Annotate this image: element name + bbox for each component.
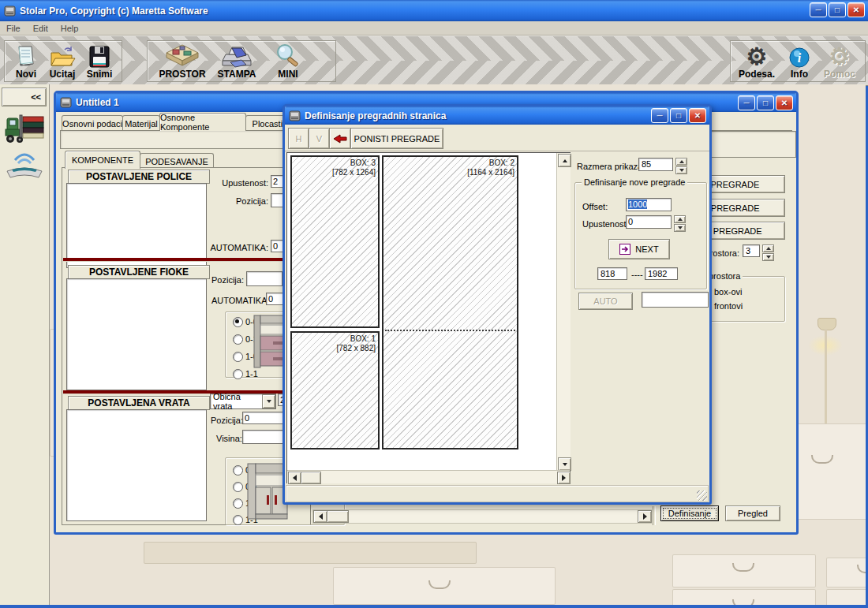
doc-close-button[interactable]: ✕ xyxy=(776,95,793,110)
razmera-spin-up-icon[interactable] xyxy=(675,158,687,166)
pregled-button[interactable]: Pregled xyxy=(725,505,780,521)
document-icon xyxy=(60,97,72,108)
next-button[interactable]: NEXT xyxy=(608,239,670,259)
vrata-radio-0-0[interactable] xyxy=(233,465,243,476)
toolbar-group-file: Novi Ucitaj Snimi xyxy=(4,40,122,82)
floppy-icon xyxy=(88,42,110,69)
auto-button[interactable]: AUTO xyxy=(578,293,633,310)
app-title: Stolar Pro, Copyright (c) Maretta Softwa… xyxy=(20,6,208,17)
vrata-tip-dropdown[interactable]: Obicna vrata xyxy=(210,394,276,409)
tab-osnovni-podaci[interactable]: Osnovni podaci xyxy=(62,115,123,131)
fioke-pozicija-label: Pozicija: xyxy=(211,275,243,285)
offset-field[interactable]: 1000 xyxy=(626,198,672,211)
box-1[interactable]: BOX: 1[782 x 882] xyxy=(290,331,380,449)
printer-icon xyxy=(221,42,253,69)
vrata-listbox[interactable] xyxy=(66,409,207,521)
mini-button[interactable]: MINI xyxy=(268,42,309,80)
vrata-radio-1-1[interactable] xyxy=(233,515,243,525)
canvas-hscroll-left-button[interactable] xyxy=(288,472,301,484)
upustenost-spinner[interactable] xyxy=(674,215,686,232)
canvas-vscrollbar[interactable] xyxy=(556,153,571,470)
doc-maximize-button[interactable]: □ xyxy=(757,95,774,110)
dialog-maximize-button[interactable]: □ xyxy=(670,108,687,123)
sidebar-collapse-button[interactable]: << xyxy=(2,88,47,106)
pregrade-canvas[interactable]: BOX: 3[782 x 1264] BOX: 2[1164 x 2164] B… xyxy=(286,152,571,483)
next-arrow-icon xyxy=(619,244,630,255)
canvas-hscroll-right-button[interactable] xyxy=(557,472,571,484)
spin-down-icon[interactable] xyxy=(762,253,774,261)
ucitaj-button[interactable]: Ucitaj xyxy=(44,42,80,80)
vscroll-down-button[interactable] xyxy=(558,457,571,471)
menu-file[interactable]: File xyxy=(6,24,21,33)
magnifier-icon xyxy=(274,42,302,69)
razmera-field[interactable]: 85 xyxy=(638,158,673,171)
menu-help[interactable]: Help xyxy=(61,24,79,33)
ponisti-pregrade-button[interactable]: PONISTI PREGRADE xyxy=(350,128,443,149)
v-split-button[interactable]: V xyxy=(309,128,330,149)
sidebar-scanner-button[interactable] xyxy=(3,149,46,182)
vrata-radio-0-1[interactable] xyxy=(233,482,243,492)
prostora-spinner-buttons[interactable] xyxy=(762,244,774,261)
police-upustenost-label: Upustenost: xyxy=(198,178,268,188)
dropdown-arrow-icon[interactable] xyxy=(262,394,275,408)
podesa-button[interactable]: ⚙ Podesa. xyxy=(734,42,780,80)
fioke-listbox[interactable] xyxy=(66,278,207,390)
fioke-radio-0-1[interactable] xyxy=(233,334,243,345)
info-button[interactable]: i Info xyxy=(783,42,816,80)
pomoc-label: Pomoc xyxy=(824,69,855,80)
fioke-automatika-label: AUTOMATIKA: xyxy=(211,296,267,305)
subtab-komponente[interactable]: KOMPONENTE xyxy=(65,151,140,169)
subtab-podesavanje[interactable]: PODESAVANJE xyxy=(140,153,214,169)
police-listbox[interactable] xyxy=(66,183,207,268)
doc-hscrollbar[interactable] xyxy=(312,509,652,524)
canvas-hscrollbar[interactable] xyxy=(287,470,570,483)
snimi-button[interactable]: Snimi xyxy=(82,42,117,80)
doc-minimize-button[interactable]: ─ xyxy=(738,95,755,110)
scanner-icon xyxy=(4,151,45,181)
fioke-radio-0-0[interactable] xyxy=(233,317,243,327)
offset-label: Offset: xyxy=(582,202,608,211)
hscroll-thumb[interactable] xyxy=(327,510,349,523)
hscroll-left-button[interactable] xyxy=(313,510,327,523)
app-close-button[interactable]: ✕ xyxy=(847,2,865,17)
prostora-spinner-field[interactable]: 3 xyxy=(743,244,760,257)
undo-arrow-button[interactable] xyxy=(329,128,351,149)
pomoc-button[interactable]: ⚙ Pomoc xyxy=(819,42,860,80)
app-minimize-button[interactable]: ─ xyxy=(810,2,827,17)
tab-materijal[interactable]: Materijal xyxy=(122,115,160,131)
app-maximize-button[interactable]: □ xyxy=(829,2,846,17)
canvas-hscroll-thumb[interactable] xyxy=(301,472,321,484)
h-split-button[interactable]: H xyxy=(288,128,309,149)
box-2[interactable]: BOX: 2[1164 x 2164] xyxy=(382,155,518,449)
razmera-spinner[interactable] xyxy=(675,158,687,174)
fioke-pozicija-field[interactable] xyxy=(246,271,282,286)
range-to-field[interactable]: 1982 xyxy=(645,267,678,280)
box-3[interactable]: BOX: 3[782 x 1264] xyxy=(290,155,380,328)
dialog-close-button[interactable]: ✕ xyxy=(689,108,706,123)
fioke-radio-1-0[interactable] xyxy=(233,352,243,362)
auto-field[interactable] xyxy=(642,292,709,308)
main-toolbar: Novi Ucitaj Snimi PROSTOR xyxy=(0,35,868,86)
upustenost-spin-down-icon[interactable] xyxy=(674,224,686,232)
sidebar-forklift-button[interactable] xyxy=(3,110,46,147)
fioke-radio-1-1[interactable] xyxy=(233,369,243,379)
vscroll-up-button[interactable] xyxy=(558,154,571,167)
prostor-button[interactable]: PROSTOR xyxy=(155,42,209,80)
dialog-upustenost-field[interactable]: 0 xyxy=(626,215,672,229)
tab-osnovne-komponente[interactable]: Osnovne Komponente xyxy=(159,113,246,131)
upustenost-spin-up-icon[interactable] xyxy=(674,215,686,223)
menu-edit[interactable]: Edit xyxy=(33,24,48,33)
dialog-minimize-button[interactable]: ─ xyxy=(651,108,668,123)
range-from-field[interactable]: 818 xyxy=(597,267,627,280)
hscroll-right-button[interactable] xyxy=(638,510,652,523)
resize-grip[interactable] xyxy=(697,491,707,501)
stampa-button[interactable]: STAMPA xyxy=(212,42,261,80)
spin-up-icon[interactable] xyxy=(762,244,774,252)
definisanje-button[interactable]: Definisanje xyxy=(660,505,719,521)
vrata-radio-1-0[interactable] xyxy=(233,498,243,509)
info-icon: i xyxy=(788,42,810,69)
razmera-spin-down-icon[interactable] xyxy=(675,166,687,174)
novi-button[interactable]: Novi xyxy=(9,42,43,80)
svg-text:i: i xyxy=(798,51,802,65)
dialog-upustenost-label: Upustenost: xyxy=(582,219,629,229)
